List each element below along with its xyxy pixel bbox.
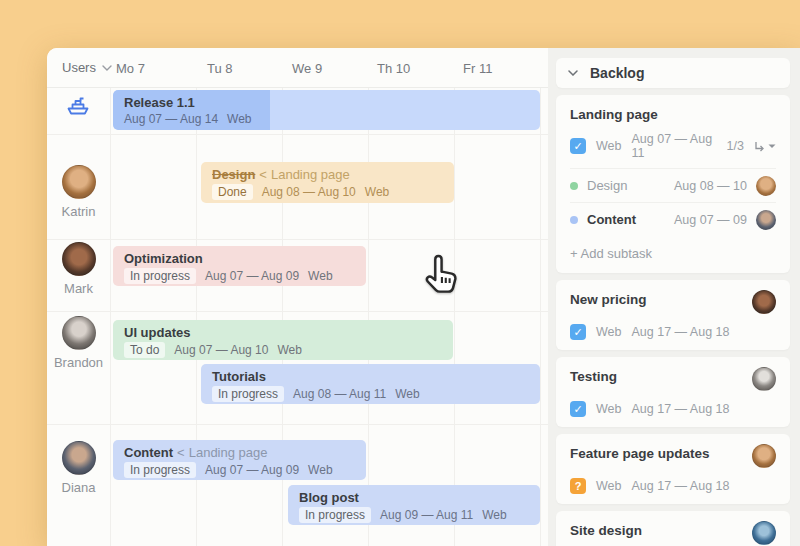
day-header-th: Th 10 [377,61,410,76]
card-tag: Web [596,325,621,339]
card-dates: Aug 17 — Aug 18 [631,325,729,339]
task-title-line: Design<Landing page [212,167,443,182]
task-bar-content[interactable]: Content<Landing pageIn progressAug 07 — … [113,440,366,480]
day-header-tu: Tu 8 [207,61,233,76]
task-tag: Web [277,343,301,357]
day-header-we: We 9 [292,61,322,76]
task-bar-ui-updates[interactable]: UI updatesTo doAug 07 — Aug 10Web [113,320,453,360]
question-badge-icon: ? [570,478,586,494]
checkbox-checked[interactable]: ✓ [570,324,586,340]
subtask-row[interactable]: ContentAug 07 — 09 [570,202,776,236]
checkbox-checked[interactable]: ✓ [570,401,586,417]
backlog-card-feature-page-updates[interactable]: Feature page updates?WebAug 17 — Aug 18 [556,434,790,504]
subtask-avatar[interactable] [756,176,776,196]
task-meta-line: In progressAug 09 — Aug 11Web [299,507,529,523]
status-badge: In progress [212,386,284,402]
ship-icon [65,92,91,118]
task-dates: Aug 07 — Aug 09 [205,269,299,283]
task-bar-tutorials[interactable]: TutorialsIn progressAug 08 — Aug 11Web [201,364,540,404]
task-tag: Web [365,185,389,199]
users-dropdown[interactable]: Users [62,60,112,75]
backlog-card-testing[interactable]: Testing✓WebAug 17 — Aug 18 [556,357,790,427]
task-title: Content [124,445,173,460]
card-title: New pricing [570,292,647,307]
assignee-avatar[interactable] [752,290,776,314]
task-title-line: UI updates [124,325,442,340]
caret-down-icon[interactable] [768,144,776,149]
user-row-katrin: Katrin [47,165,110,219]
subtask-label: Content [587,212,636,227]
parent-separator: < [177,445,185,460]
card-head: Site design [570,523,776,545]
card-meta: ✓WebAug 17 — Aug 18 [570,401,776,417]
assignee-avatar[interactable] [752,367,776,391]
user-name: Brandon [47,355,110,370]
user-name: Diana [47,480,110,495]
card-meta: ✓WebAug 07 — Aug 111/3 [570,132,776,160]
subtask-row[interactable]: DesignAug 08 — 10 [570,168,776,202]
task-dates: Aug 07 — Aug 09 [205,463,299,477]
user-row-brandon: Brandon [47,316,110,370]
timeline: Users Mo 7Tu 8We 9Th 10Fr 11KatrinMarkBr… [47,48,548,546]
avatar[interactable] [62,316,96,350]
avatar[interactable] [62,242,96,276]
task-tag: Web [482,508,506,522]
backlog-card-new-pricing[interactable]: New pricing✓WebAug 17 — Aug 18 [556,280,790,350]
assignee-avatar[interactable] [752,521,776,545]
collapse-chevron-icon[interactable] [568,70,578,76]
task-dates: Aug 07 — Aug 10 [174,343,268,357]
task-bar-blog-post[interactable]: Blog postIn progressAug 09 — Aug 11Web [288,485,540,525]
add-subtask-button[interactable]: + Add subtask [570,242,776,263]
subtask-avatar[interactable] [756,210,776,230]
subtask-status-dot [570,182,578,190]
subtask-counter: 1/3 [727,139,744,153]
task-meta-line: DoneAug 08 — Aug 10Web [212,184,443,200]
card-tag: Web [596,479,621,493]
checkbox-checked[interactable]: ✓ [570,138,586,154]
backlog-header[interactable]: Backlog [556,58,790,88]
task-title-line: Content<Landing page [124,445,355,460]
day-header-fr: Fr 11 [463,61,492,76]
subtask-tree-icon[interactable] [754,141,776,152]
card-head: Testing [570,369,776,391]
backlog-card-site-design[interactable]: Site designшWebAug 17 — Aug 18 [556,511,790,546]
backlog-card-landing-page[interactable]: Landing page✓WebAug 07 — Aug 111/3Design… [556,95,790,273]
task-title-line: Blog post [299,490,529,505]
task-title: Design [212,167,255,182]
user-row-diana: Diana [47,441,110,495]
users-dropdown-label: Users [62,60,96,75]
chevron-down-icon [102,65,112,71]
grid-line-vertical [110,88,111,546]
card-meta: ?WebAug 17 — Aug 18 [570,478,776,494]
subtask-dates: Aug 07 — 09 [674,213,747,227]
task-bar-design[interactable]: Design<Landing pageDoneAug 08 — Aug 10We… [201,162,454,203]
subtask-label: Design [587,178,627,193]
parent-task-link[interactable]: Landing page [189,445,268,460]
status-badge: To do [124,342,165,358]
avatar[interactable] [62,441,96,475]
avatar[interactable] [62,165,96,199]
day-header-mo: Mo 7 [116,61,145,76]
row-divider [47,134,548,135]
task-dates: Aug 09 — Aug 11 [380,508,473,522]
subtask-status-dot [570,216,578,224]
task-bar-optimization[interactable]: OptimizationIn progressAug 07 — Aug 09We… [113,246,366,286]
task-tag: Web [308,269,332,283]
task-title: Blog post [299,490,359,505]
parent-separator: < [259,167,267,182]
app-window: Users Mo 7Tu 8We 9Th 10Fr 11KatrinMarkBr… [47,48,800,546]
card-title: Testing [570,369,617,384]
backlog-panel: Backlog Landing page✓WebAug 07 — Aug 111… [548,48,800,546]
task-meta-line: In progressAug 07 — Aug 09Web [124,268,355,284]
user-name: Mark [47,281,110,296]
assignee-avatar[interactable] [752,444,776,468]
card-head: Landing page [570,107,776,122]
card-title: Site design [570,523,642,538]
row-divider [47,424,548,425]
task-title-line: Release 1.1 [124,95,529,110]
task-tag: Web [308,463,332,477]
task-bar-release-1-1[interactable]: Release 1.1Aug 07 — Aug 14Web [113,90,540,130]
parent-task-link[interactable]: Landing page [271,167,350,182]
backlog-title: Backlog [590,65,644,81]
task-title: UI updates [124,325,190,340]
